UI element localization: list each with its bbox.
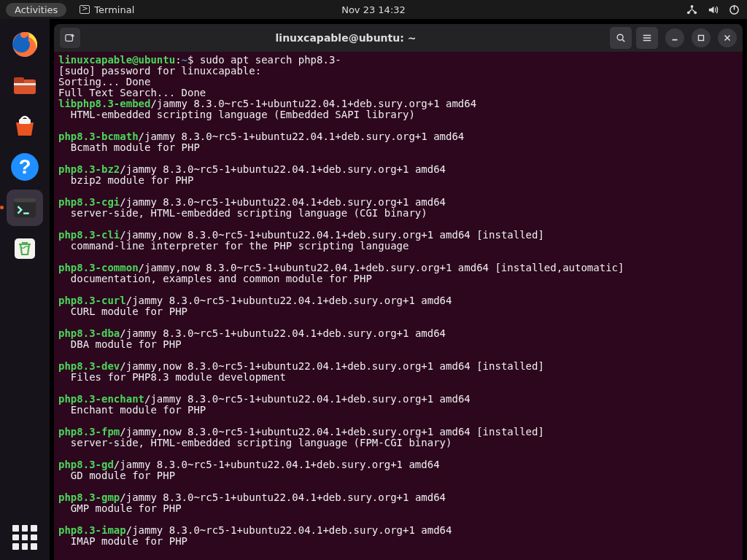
maximize-button[interactable] xyxy=(692,28,711,47)
software-icon xyxy=(10,112,39,141)
minimize-button[interactable] xyxy=(665,28,684,47)
terminal-window: linuxcapable@ubuntu: ~ linuxcapable@ubun… xyxy=(54,24,743,560)
new-tab-button[interactable] xyxy=(60,28,80,48)
app-menu-label: Terminal xyxy=(94,4,134,15)
power-icon xyxy=(729,4,740,15)
terminal-output[interactable]: linuxcapable@ubuntu:~$ sudo apt search p… xyxy=(54,52,743,560)
svg-text:?: ? xyxy=(19,155,31,178)
dock-software[interactable] xyxy=(7,108,43,144)
window-title: linuxcapable@ubuntu: ~ xyxy=(86,32,605,44)
dock-firefox[interactable] xyxy=(7,26,43,63)
svg-rect-4 xyxy=(734,4,735,9)
firefox-icon xyxy=(10,30,39,59)
clock[interactable]: Nov 23 14:32 xyxy=(341,4,406,15)
svg-rect-7 xyxy=(14,77,24,83)
svg-rect-8 xyxy=(14,83,36,85)
terminal-dock-icon xyxy=(11,194,39,222)
new-tab-icon xyxy=(65,33,75,43)
window-titlebar: linuxcapable@ubuntu: ~ xyxy=(54,24,743,52)
terminal-icon xyxy=(80,5,90,14)
files-icon xyxy=(10,71,39,100)
svg-rect-15 xyxy=(15,238,35,259)
svg-rect-20 xyxy=(699,36,704,41)
close-icon xyxy=(722,33,732,43)
trash-icon xyxy=(10,234,39,263)
svg-rect-13 xyxy=(14,198,36,203)
dock-trash[interactable] xyxy=(7,230,43,267)
hamburger-menu-button[interactable] xyxy=(636,27,658,49)
dock-files[interactable] xyxy=(7,67,43,104)
svg-rect-9 xyxy=(19,119,31,124)
activities-button[interactable]: Activities xyxy=(6,3,66,17)
search-button[interactable] xyxy=(610,27,632,49)
svg-line-18 xyxy=(622,39,624,42)
maximize-icon xyxy=(696,33,706,43)
gnome-top-bar: Activities Terminal Nov 23 14:32 xyxy=(0,0,747,19)
close-button[interactable] xyxy=(718,28,737,47)
hamburger-icon xyxy=(642,33,652,43)
app-menu[interactable]: Terminal xyxy=(80,4,134,15)
dock-terminal[interactable] xyxy=(7,190,43,226)
network-icon xyxy=(686,4,697,15)
search-icon xyxy=(616,33,626,43)
minimize-icon xyxy=(670,33,680,43)
svg-point-17 xyxy=(617,34,623,40)
show-applications-button[interactable] xyxy=(12,525,37,550)
help-icon: ? xyxy=(9,152,40,182)
dock-help[interactable]: ? xyxy=(7,149,43,185)
volume-icon xyxy=(708,4,719,15)
system-tray[interactable] xyxy=(686,4,740,15)
dock: ? xyxy=(0,19,50,560)
